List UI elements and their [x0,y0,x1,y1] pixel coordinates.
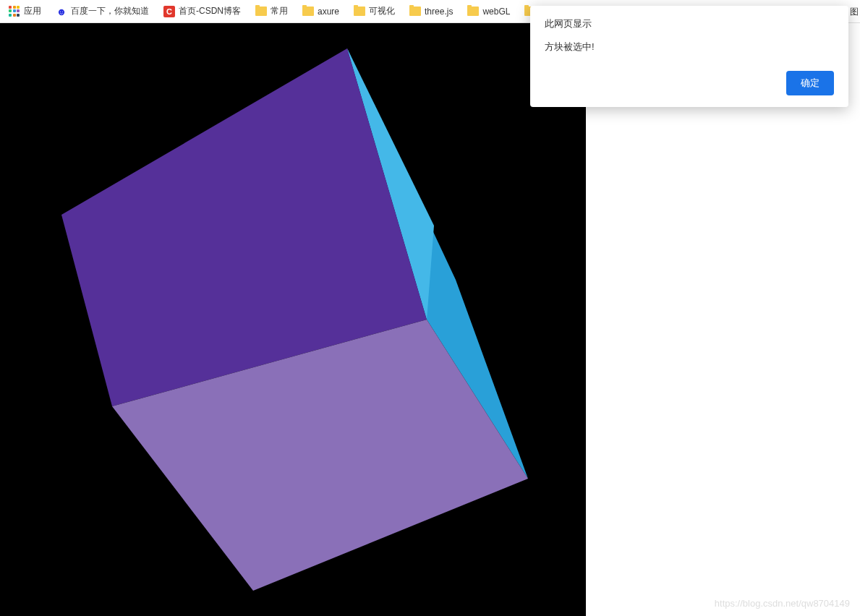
folder-threejs-bookmark[interactable]: three.js [404,4,459,20]
alert-ok-button[interactable]: 确定 [786,71,834,95]
csdn-bookmark[interactable]: C 首页-CSDN博客 [158,2,247,20]
csdn-label: 首页-CSDN博客 [179,5,241,17]
folder-axure-bookmark[interactable]: axure [297,4,345,20]
webgl-canvas[interactable] [0,23,586,616]
folder-webgl-label: webGL [482,7,510,17]
javascript-alert-dialog: 此网页显示 方块被选中! 确定 [530,6,848,107]
apps-bookmark[interactable]: 应用 [3,2,47,20]
folder-icon [302,7,314,16]
folder-threejs-label: three.js [425,7,453,17]
folder-common-bookmark[interactable]: 常用 [250,2,294,20]
folder-webgl-bookmark[interactable]: webGL [461,4,516,20]
page-whitespace [586,23,860,616]
folder-visualization-label: 可视化 [369,5,395,17]
alert-button-row: 确定 [545,71,834,95]
folder-axure-label: axure [318,7,339,17]
folder-icon [467,7,479,16]
cube-render [0,23,586,616]
baidu-bookmark[interactable]: ☻ 百度一下，你就知道 [50,2,155,20]
alert-message: 方块被选中! [545,40,834,54]
folder-icon [354,7,365,16]
folder-visualization-bookmark[interactable]: 可视化 [348,2,401,20]
alert-title: 此网页显示 [545,17,834,30]
content-area [0,23,860,616]
baidu-label: 百度一下，你就知道 [71,5,149,17]
csdn-icon: C [163,6,175,17]
folder-icon [255,7,267,16]
folder-icon [409,7,421,16]
truncated-bookmark-right[interactable]: 图 [850,6,859,18]
baidu-icon: ☻ [56,6,67,17]
apps-label: 应用 [24,5,41,17]
apps-grid-icon [9,6,20,17]
folder-common-label: 常用 [271,5,288,17]
